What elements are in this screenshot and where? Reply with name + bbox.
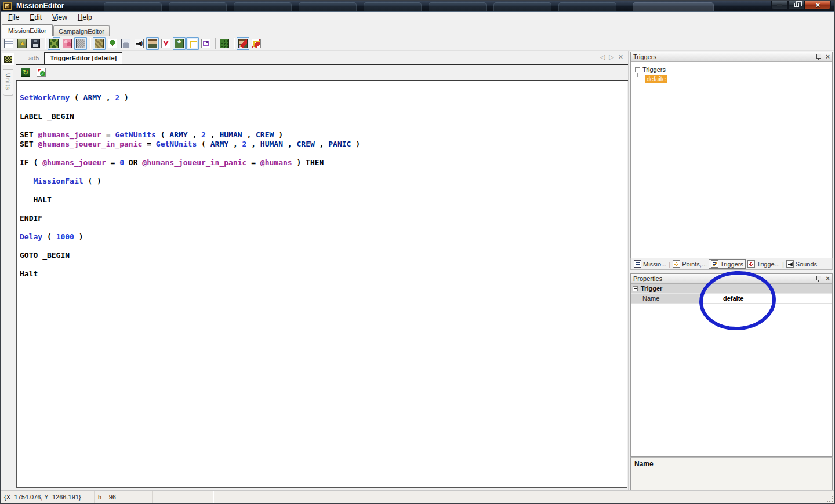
soldier-editor-icon [238,39,248,48]
restore-icon [794,3,799,7]
purple-frame-button[interactable] [199,37,212,50]
left-rail: Units [1,51,16,490]
background-tab-shape [169,2,227,12]
save-icon [31,39,40,48]
tree-icon [108,39,117,48]
properties-panel-title: Properties [633,275,662,282]
snowflake-texture-icon [175,39,184,48]
status-bar: {X=1754.076, Y=1266.191} h = 96 [1,490,834,503]
terrain-texture-noise-button[interactable] [74,37,87,50]
menu-file[interactable]: File [3,12,24,23]
panel-tab-strip: Missio... | Points,... Triggers Trigge..… [630,258,833,270]
status-cell-empty [153,491,213,503]
property-row-name[interactable]: Name defaite [631,294,832,304]
collapse-icon[interactable] [635,67,640,72]
terrain-texture-pink-button[interactable] [61,37,74,50]
purple-frame-icon [201,39,210,48]
title-bar: MissionEditor × [1,1,834,12]
category-label: Trigger [641,285,662,292]
background-tab-shape [299,2,357,12]
background-tab-shape [493,2,551,12]
menu-help[interactable]: Help [72,12,97,23]
tab-points[interactable]: Points,... [671,260,709,268]
toolbar-separator [45,38,45,49]
menu-view[interactable]: View [47,12,72,23]
frame-corner-button[interactable] [186,37,199,50]
save-button[interactable] [29,37,42,50]
tab-ad5[interactable]: ad5 [23,53,44,64]
pattern-texture-button[interactable] [218,37,231,50]
selected-trigger-label: defaite [645,75,667,83]
close-document-icon[interactable]: ✕ [618,53,623,61]
tree-connector [637,71,643,79]
tab-triggers[interactable]: Triggers [709,259,746,269]
snowflake-texture-button[interactable] [173,37,186,50]
tab-trigger-zones[interactable]: Trigge... [746,260,782,268]
units-tool-tab[interactable]: Units [3,69,13,96]
eye-marker-button[interactable] [159,37,172,50]
sound-button[interactable] [133,37,146,50]
missions-list-icon [634,260,641,268]
tree-node-defaite[interactable]: defaite [637,74,830,83]
collapse-icon[interactable] [633,286,638,291]
tab-sounds[interactable]: Sounds [785,260,819,268]
scroll-tabs-left-icon[interactable]: ◁ [600,53,605,61]
terrain-texture-green-icon [49,39,59,48]
close-icon: × [816,1,821,9]
minimize-icon [777,4,782,6]
frame-editor-button[interactable] [250,37,263,50]
units-palette-button[interactable] [2,53,14,65]
toolbar-separator [215,38,216,49]
frame-editor-icon [252,39,261,48]
app-icon [3,2,12,10]
tab-navigation: ◁ ▷ ✕ [600,53,623,61]
tab-trigger-editor[interactable]: TriggerEditor [defaite] [44,52,122,64]
mission-editor-window: MissionEditor × File Edit View Help Miss… [0,0,835,504]
soldier-editor-button[interactable] [237,37,249,50]
tab-campaign-editor[interactable]: CampaignEditor [53,25,110,36]
editor-mode-tabs: MissionEditor CampaignEditor [1,24,834,36]
content-area: Units ad5 TriggerEditor [defaite] ◁ ▷ ✕ … [1,51,834,490]
scroll-tabs-right-icon[interactable]: ▷ [609,53,613,61]
property-value[interactable]: defaite [701,295,832,302]
tree-button[interactable] [106,37,119,50]
help-title: Name [634,460,654,468]
validate-trigger-button[interactable] [35,67,47,78]
frame-corner-icon [188,39,197,48]
status-coordinates: {X=1754.076, Y=1266.191} [1,491,95,503]
new-document-icon [4,39,13,48]
points-grid-icon [673,260,680,268]
close-panel-icon[interactable]: × [826,275,830,282]
triggers-panel-title: Triggers [633,53,656,60]
tree-node-triggers[interactable]: Triggers [633,65,830,74]
close-panel-icon[interactable]: × [826,53,830,60]
code-editor[interactable]: SetWorkArmy ( ARMY , 2 ) LABEL _BEGIN SE… [17,81,627,279]
right-panel: Triggers × Triggers defaite [630,51,834,490]
background-tab-shape [104,2,162,12]
tab-mission-editor[interactable]: MissionEditor [2,24,53,36]
restore-button[interactable] [788,1,805,9]
open-button[interactable] [16,37,28,50]
status-cell-empty [213,491,834,503]
triggers-tree: Triggers defaite [631,62,832,258]
property-category-row[interactable]: Trigger [631,284,832,294]
background-tab-shape [558,2,616,12]
property-grid-empty [631,304,832,456]
check-loop-button[interactable] [20,67,31,78]
flag-check-icon [37,68,46,77]
new-document-button[interactable] [2,37,15,50]
sound-icon [135,39,144,48]
pin-icon[interactable] [815,275,822,282]
tab-missions[interactable]: Missio... [632,260,668,268]
menu-edit[interactable]: Edit [24,12,47,23]
minimize-button[interactable] [771,1,788,9]
building-button[interactable] [119,37,132,50]
close-button[interactable]: × [805,1,831,9]
terrain-texture-green-button[interactable] [48,37,60,50]
triggers-panel-header: Triggers × [631,52,832,62]
document-tab-strip: ad5 TriggerEditor [defaite] ◁ ▷ ✕ [16,51,628,65]
background-tab-shape [234,2,292,12]
soldier-button[interactable] [146,37,159,50]
pin-icon[interactable] [815,53,822,60]
terrain-texture-stripes-button[interactable] [93,37,106,50]
